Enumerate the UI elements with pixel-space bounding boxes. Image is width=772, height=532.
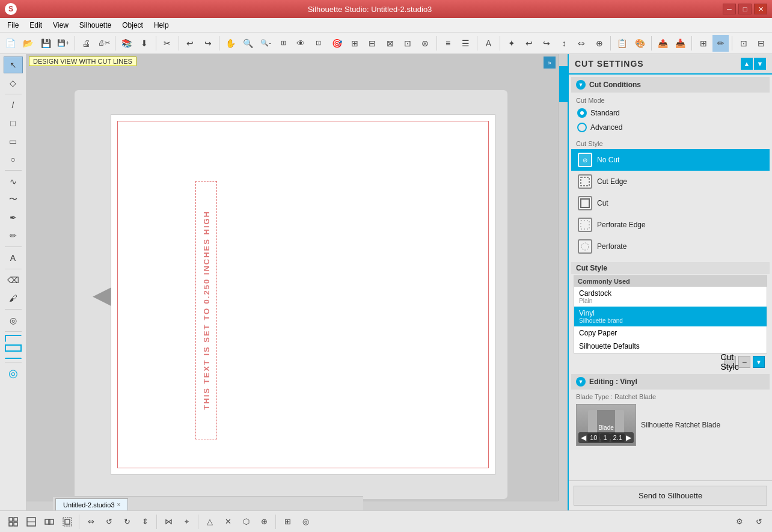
text-object[interactable]: THIS TEXT IS SET TO 0.250 INCHES HIGH [195,181,217,439]
bt-flip1[interactable]: ⇔ [82,513,99,530]
wand-tool[interactable]: ◎ [4,312,23,329]
menu-silhouette[interactable]: Silhouette [75,20,116,31]
bt-grid1[interactable]: ⊞ [279,513,296,530]
text-btn[interactable]: A [480,35,497,52]
bezier-tool[interactable]: ∿ [4,173,23,190]
align-btn2[interactable]: ☰ [458,35,474,52]
extra-btn2[interactable]: ⊟ [753,35,770,52]
grid-btn4[interactable]: ⊡ [399,35,415,52]
bt-align2[interactable] [23,513,40,530]
bt-rotate2[interactable]: ↻ [118,513,135,530]
bt-extra4[interactable]: ⊕ [256,513,272,530]
new-button[interactable]: 📄 [2,35,19,52]
material-cardstock[interactable]: Cardstock Plain [574,287,767,307]
cut-option-perforate[interactable]: Perforate [571,236,770,257]
zoom-in-button[interactable]: 🔍 [240,35,256,52]
cut-option-no-cut[interactable]: ⊘ No Cut [571,149,770,171]
print-cut-button[interactable]: 🖨✂ [96,35,112,52]
material-down-button[interactable]: ▼ [753,356,765,368]
expand-panel-button[interactable]: » [544,57,556,69]
silhouette-tool[interactable]: ◎ [4,365,23,382]
layer-btn2[interactable]: 🎨 [631,35,648,52]
bt-flip2[interactable]: ⇕ [136,513,153,530]
view-mode2[interactable]: ⊡ [310,35,326,52]
material-copy-paper[interactable]: Copy Paper [574,326,767,340]
rounded-rect-tool[interactable]: ▭ [4,133,23,150]
extra-btn1[interactable]: ⊡ [735,35,752,52]
zoom-out-button[interactable]: 🔍- [257,35,274,52]
redo-button[interactable]: ↪ [200,35,216,52]
blade-next-btn[interactable]: ▶ [626,433,631,442]
cut-settings-icon[interactable]: 🎯 [329,35,345,52]
menu-view[interactable]: View [48,20,73,31]
grid-btn1[interactable]: ⊞ [347,35,363,52]
refresh-icon[interactable]: ↺ [750,513,767,530]
maximize-button[interactable]: □ [738,4,752,14]
add-material-button[interactable]: Cut Style [724,356,736,368]
path-btn4[interactable]: ↕ [556,35,572,52]
menu-help[interactable]: Help [149,20,174,31]
rect-tool[interactable]: □ [4,115,23,132]
pen-tool[interactable]: ✒ [4,209,23,226]
grid-btn5[interactable]: ⊛ [417,35,433,52]
freehand-tool[interactable]: 〜 [4,191,23,208]
bt-align1[interactable] [5,513,22,530]
align-btn1[interactable]: ≡ [440,35,456,52]
menu-object[interactable]: Object [117,20,148,31]
open-button[interactable]: 📂 [20,35,36,52]
vertical-scrollbar-thumb[interactable] [559,66,568,102]
bt-snap1[interactable]: ⋈ [160,513,177,530]
bt-snap2[interactable]: ⌖ [178,513,195,530]
pencil-tool[interactable]: ✏ [4,227,23,244]
path-btn2[interactable]: ↩ [521,35,537,52]
export-btn[interactable]: 📤 [655,35,671,52]
advanced-radio-row[interactable]: Advanced [571,120,770,135]
path-btn5[interactable]: ⇔ [574,35,590,52]
ellipse-tool[interactable]: ○ [4,151,23,168]
save-custom-button[interactable]: 💾+ [55,35,72,52]
view-box1[interactable] [5,335,22,342]
tab-close-icon[interactable]: × [117,501,121,508]
remove-material-button[interactable]: − [738,356,750,368]
material-silhouette-defaults[interactable]: Silhouette Defaults [574,340,767,353]
download-button[interactable]: ⬇ [136,35,152,52]
cut-option-cut-edge[interactable]: Cut Edge [571,171,770,192]
material-list[interactable]: Commonly Used Cardstock Plain Vinyl Silh… [574,275,767,353]
save-button[interactable]: 💾 [37,35,54,52]
view-box3[interactable] [5,354,22,359]
print-button[interactable]: 🖨 [78,35,94,52]
library-button[interactable]: 📚 [118,35,135,52]
minimize-button[interactable]: ─ [723,4,736,14]
pan-button[interactable]: ✋ [222,35,239,52]
bt-extra3[interactable]: ⬡ [237,513,254,530]
panel-collapse-down[interactable]: ▼ [754,58,766,70]
advanced-radio[interactable] [577,123,587,132]
settings-gear-icon[interactable]: ⚙ [731,513,748,530]
panel-scroll-area[interactable]: ▼ Cut Conditions Cut Mode Standard Advan… [569,75,772,480]
bt-extra1[interactable]: △ [201,513,218,530]
paint-tool[interactable]: 🖌 [4,290,23,307]
bt-group1[interactable] [41,513,58,530]
bt-grid2[interactable]: ◎ [297,513,314,530]
send-to-silhouette-button[interactable]: Send to Silhouette [574,486,767,506]
view-box2[interactable] [5,344,22,352]
standard-radio-row[interactable]: Standard [571,106,770,120]
text-tool[interactable]: A [4,249,23,266]
eraser-tool[interactable]: ⌫ [4,272,23,289]
standard-radio[interactable] [577,108,587,118]
active-tool[interactable]: ✏ [712,35,729,52]
cut-button[interactable]: ✂ [159,35,176,52]
bt-group2[interactable] [59,513,76,530]
layer-btn1[interactable]: 📋 [614,35,630,52]
bt-rotate1[interactable]: ↺ [100,513,117,530]
table-btn[interactable]: ⊞ [695,35,711,52]
cut-option-perforate-edge[interactable]: Perforate Edge [571,214,770,236]
select-tool[interactable]: ↖ [4,57,23,73]
close-button[interactable]: ✕ [754,4,767,14]
undo-button[interactable]: ↩ [182,35,198,52]
cut-option-cut[interactable]: Cut [571,192,770,214]
line-tool[interactable]: / [4,97,23,114]
path-btn3[interactable]: ↪ [538,35,554,52]
grid-btn3[interactable]: ⊠ [382,35,398,52]
panel-collapse-up[interactable]: ▲ [741,58,753,70]
